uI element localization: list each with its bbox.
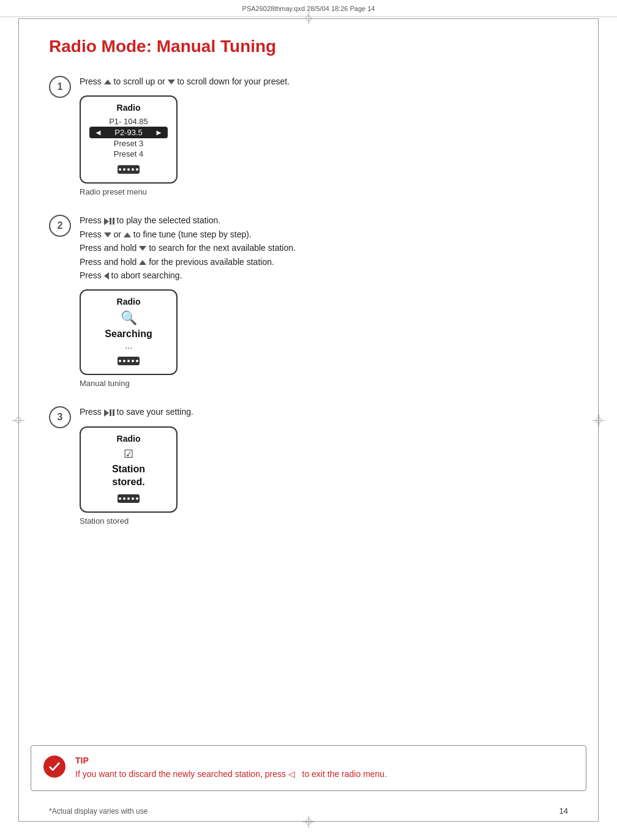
speaker-dot <box>123 360 125 362</box>
speaker-dot <box>119 360 121 362</box>
step-2-content: Press to play the selected station. Pres… <box>80 214 568 388</box>
triangle-up-2 <box>124 232 131 237</box>
triangle-down-3 <box>139 246 146 251</box>
step-1-number: 1 <box>49 76 71 98</box>
footer-page-number: 14 <box>559 806 568 816</box>
footer-note: *Actual display varies with use <box>49 807 148 816</box>
device-speaker-3 <box>89 494 168 503</box>
step-3-content: Press to save your setting. Radio ☑ Stat… <box>80 405 568 526</box>
tip-checkmark-icon <box>43 756 65 778</box>
preset-item-2-selected: ◄ P2-93.5 ► <box>89 127 168 138</box>
screen-caption-1: Radio preset menu <box>80 187 568 196</box>
page-border-right <box>598 18 599 822</box>
preset-item-1: P1- 104.85 <box>89 116 168 127</box>
play-pause-icon <box>104 218 114 225</box>
station-stored-text: Stationstored. <box>89 463 168 489</box>
tip-label: TIP <box>75 756 574 765</box>
device-title-radio-2: Radio <box>89 297 168 307</box>
step-1-content: Press to scroll up or to scroll down for… <box>80 75 568 196</box>
speaker-dot <box>136 497 138 500</box>
device-title-radio-1: Radio <box>89 103 168 113</box>
reg-mark-right <box>593 414 605 426</box>
preset-item-4: Preset 4 <box>89 149 168 159</box>
speaker-icon-2 <box>118 357 140 365</box>
preset-item-3: Preset 3 <box>89 138 168 149</box>
speaker-dots-1 <box>119 168 138 171</box>
step-2-number: 2 <box>49 215 71 237</box>
page-border-left <box>18 18 19 822</box>
speaker-icon-1 <box>118 165 140 174</box>
station-stored-icon: ☑ <box>89 447 168 461</box>
triangle-down-icon <box>168 80 175 84</box>
device-screen-preset: Radio P1- 104.85 ◄ P2-93.5 ► Preset 3 Pr… <box>80 95 178 184</box>
device-screen-searching: Radio 🔍 Searching ... <box>80 289 178 375</box>
speaker-dot <box>136 360 138 362</box>
page-border-top <box>18 18 599 19</box>
screen-caption-3: Station stored <box>80 516 568 526</box>
speaker-dots-3 <box>119 497 138 500</box>
speaker-dot <box>136 168 138 171</box>
play-icon <box>104 218 109 225</box>
search-icon: 🔍 <box>89 310 168 326</box>
step-3-number: 3 <box>49 406 71 428</box>
reg-mark-bottom <box>302 816 315 828</box>
speaker-dot <box>119 168 121 171</box>
step-3: 3 Press to save your setting. Radio ☑ St… <box>49 405 568 526</box>
speaker-dot <box>123 168 125 171</box>
step-3-text: Press to save your setting. <box>80 405 568 418</box>
checkmark-svg <box>48 760 61 773</box>
triangle-left-1 <box>104 272 109 280</box>
step-2-text: Press to play the selected station. Pres… <box>80 214 568 282</box>
speaker-dot <box>132 168 134 171</box>
speaker-dot <box>127 360 130 362</box>
speaker-dot <box>123 497 125 500</box>
page-title: Radio Mode: Manual Tuning <box>49 37 568 56</box>
searching-dots: ... <box>89 341 168 351</box>
triangle-down-2 <box>104 232 111 237</box>
pause-icon <box>110 218 114 225</box>
speaker-dot <box>132 360 134 362</box>
preset-item-2-label: P2-93.5 <box>114 128 143 137</box>
tip-text: If you want to discard the newly searche… <box>75 768 574 781</box>
tip-box: TIP If you want to discard the newly sea… <box>31 745 586 791</box>
play-pause-icon-2 <box>104 409 114 417</box>
speaker-dot <box>132 497 134 500</box>
speaker-dot <box>127 168 130 171</box>
speaker-icon-3 <box>118 494 140 503</box>
screen-caption-2: Manual tuning <box>80 379 568 388</box>
step-1: 1 Press to scroll up or to scroll down f… <box>49 75 568 196</box>
searching-text: Searching <box>89 329 168 340</box>
left-arrow-selected: ◄ <box>94 128 102 137</box>
right-arrow-selected: ► <box>155 128 163 137</box>
triangle-up-3 <box>139 260 146 265</box>
device-screen-stored: Radio ☑ Stationstored. <box>80 426 178 513</box>
triangle-up-icon <box>104 80 111 84</box>
step-2: 2 Press to play the selected station. Pr… <box>49 214 568 388</box>
pause-icon-2 <box>110 409 114 416</box>
device-speaker-2 <box>89 357 168 365</box>
device-title-radio-3: Radio <box>89 434 168 444</box>
step-1-text: Press to scroll up or to scroll down for… <box>80 75 568 88</box>
speaker-dot <box>127 497 130 500</box>
page-border-bottom <box>18 821 599 822</box>
tip-content: TIP If you want to discard the newly sea… <box>75 756 574 781</box>
main-content: Radio Mode: Manual Tuning 1 Press to scr… <box>49 37 568 543</box>
speaker-dot <box>119 497 121 500</box>
device-speaker-1 <box>89 165 168 174</box>
header-bar: PSA26028thmay.qxd 28/5/04 18:26 Page 14 <box>0 0 617 17</box>
header-filename: PSA26028thmay.qxd 28/5/04 18:26 Page 14 <box>242 5 375 12</box>
speaker-dots-2 <box>119 360 138 362</box>
play-icon-2 <box>104 409 109 417</box>
